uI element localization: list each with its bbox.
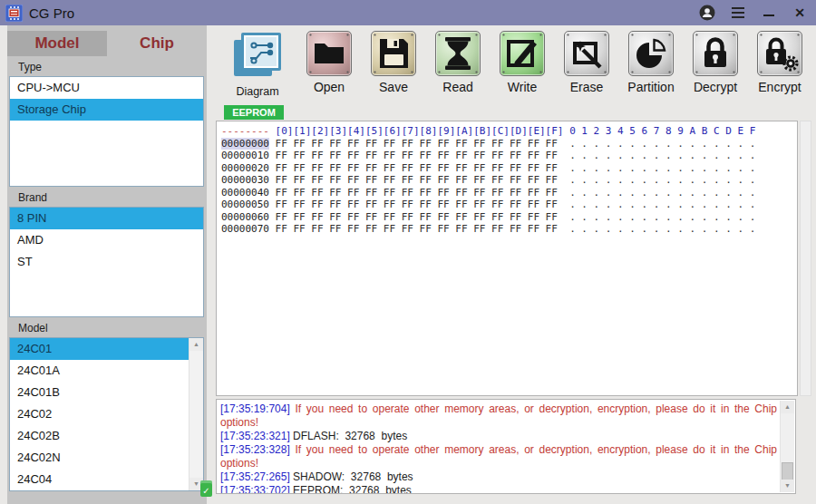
account-icon[interactable] bbox=[698, 4, 716, 22]
type-item-cpu-mcu[interactable]: CPU->MCU bbox=[10, 77, 203, 99]
app-window: CG Pro ✕ Model Chip TypeCPU->MCUStorage … bbox=[0, 0, 816, 504]
encrypt-button[interactable]: Encrypt bbox=[748, 31, 811, 94]
hex-row-00000050[interactable]: 00000050 FF FF FF FF FF FF FF FF FF FF F… bbox=[221, 199, 797, 211]
type-label: Type bbox=[7, 56, 207, 76]
log-line: [17:35:23:321] DFLASH: 32768 bytes bbox=[220, 430, 777, 443]
brand-list: 8 PINAMDST bbox=[9, 207, 204, 317]
partition-button[interactable]: Partition bbox=[619, 31, 683, 94]
erase-icon bbox=[564, 31, 609, 76]
save-button-label: Save bbox=[379, 80, 408, 94]
close-button[interactable]: ✕ bbox=[791, 4, 809, 22]
model-label: Model bbox=[7, 317, 207, 337]
main-area: DiagramOpenSaveReadWriteErasePartitionDe… bbox=[214, 25, 816, 504]
write-button-label: Write bbox=[508, 80, 537, 94]
model-item-24c01b[interactable]: 24C01B bbox=[10, 382, 203, 403]
minimize-button[interactable] bbox=[760, 4, 778, 22]
hex-row-00000010[interactable]: 00000010 FF FF FF FF FF FF FF FF FF FF F… bbox=[221, 150, 797, 162]
read-icon bbox=[435, 31, 481, 76]
decrypt-button-label: Decrypt bbox=[694, 80, 737, 94]
log-line: [17:35:23:328] If you need to operate ot… bbox=[220, 443, 777, 470]
decrypt-icon bbox=[693, 31, 738, 76]
hex-row-00000070[interactable]: 00000070 FF FF FF FF FF FF FF FF FF FF F… bbox=[221, 223, 797, 236]
model-item-24c02n[interactable]: 24C02N bbox=[10, 447, 203, 469]
side-tabs: Model Chip bbox=[7, 31, 207, 56]
hex-row-00000030[interactable]: 00000030 FF FF FF FF FF FF FF FF FF FF F… bbox=[221, 174, 797, 187]
left-panel: Model Chip TypeCPU->MCUStorage ChipBrand… bbox=[7, 25, 207, 504]
model-list: 24C0124C01A24C01B24C0224C02B24C02N24C04▲… bbox=[9, 337, 204, 491]
model-item-24c01[interactable]: 24C01 bbox=[10, 338, 203, 360]
open-button-label: Open bbox=[314, 80, 345, 94]
hex-header-row: -------- [0][1][2][3][4][5][6][7][8][9][… bbox=[221, 125, 797, 138]
save-button[interactable]: Save bbox=[362, 31, 425, 94]
log-line: [17:35:33:702] EEPROM: 32768 bytes bbox=[220, 484, 777, 494]
memory-area-tab-eeprom[interactable]: EEPROM bbox=[224, 105, 284, 120]
status-check-icon: ✓ bbox=[200, 480, 212, 497]
model-item-24c01a[interactable]: 24C01A bbox=[10, 360, 203, 382]
open-button[interactable]: Open bbox=[297, 31, 361, 94]
decrypt-button[interactable]: Decrypt bbox=[684, 31, 747, 94]
read-button-label: Read bbox=[442, 80, 472, 94]
hex-row-00000060[interactable]: 00000060 FF FF FF FF FF FF FF FF FF FF F… bbox=[221, 211, 797, 224]
diagram-button[interactable]: Diagram bbox=[223, 31, 292, 98]
save-icon bbox=[371, 31, 416, 76]
model-item-24c02b[interactable]: 24C02B bbox=[10, 425, 203, 447]
write-icon bbox=[500, 31, 545, 76]
open-icon bbox=[306, 31, 352, 76]
partition-button-label: Partition bbox=[627, 80, 674, 94]
erase-button[interactable]: Erase bbox=[555, 31, 618, 94]
diagram-button-label: Diagram bbox=[236, 85, 278, 98]
log-line: [17:35:27:265] SHADOW: 32768 bytes bbox=[220, 470, 777, 484]
window-title: CG Pro bbox=[29, 5, 74, 21]
model-scrollbar[interactable]: ▲▼ bbox=[189, 338, 203, 490]
hex-editor[interactable]: -------- [0][1][2][3][4][5][6][7][8][9][… bbox=[216, 121, 798, 396]
toolbar: DiagramOpenSaveReadWriteErasePartitionDe… bbox=[223, 31, 812, 98]
brand-label: Brand bbox=[7, 187, 207, 207]
brand-item-8-pin[interactable]: 8 PIN bbox=[10, 208, 203, 229]
scroll-down-icon[interactable]: ▼ bbox=[781, 480, 794, 492]
hex-scrollbar[interactable] bbox=[800, 121, 811, 396]
log-line: [17:35:19:704] If you need to operate ot… bbox=[220, 402, 777, 430]
menu-icon[interactable] bbox=[729, 4, 747, 22]
log-scrollbar[interactable]: ▲ ▼ bbox=[780, 401, 794, 492]
model-item-24c02[interactable]: 24C02 bbox=[10, 403, 203, 425]
titlebar: CG Pro ✕ bbox=[0, 0, 816, 25]
partition-icon bbox=[628, 31, 674, 76]
encrypt-icon bbox=[757, 31, 802, 76]
brand-item-st[interactable]: ST bbox=[10, 251, 203, 273]
log-panel: [17:35:19:704] If you need to operate ot… bbox=[216, 399, 796, 494]
read-button[interactable]: Read bbox=[426, 31, 490, 94]
write-button[interactable]: Write bbox=[491, 31, 554, 94]
model-item-24c04[interactable]: 24C04 bbox=[10, 469, 203, 490]
scroll-up-icon[interactable]: ▲ bbox=[189, 338, 203, 351]
encrypt-button-label: Encrypt bbox=[758, 80, 801, 94]
hex-row-00000020[interactable]: 00000020 FF FF FF FF FF FF FF FF FF FF F… bbox=[221, 162, 797, 175]
hex-row-00000000[interactable]: 00000000 FF FF FF FF FF FF FF FF FF FF F… bbox=[221, 138, 797, 150]
tab-model[interactable]: Model bbox=[7, 31, 107, 56]
tab-chip[interactable]: Chip bbox=[107, 31, 207, 56]
erase-button-label: Erase bbox=[570, 80, 604, 94]
app-logo-icon bbox=[5, 5, 23, 22]
scroll-up-icon[interactable]: ▲ bbox=[781, 401, 794, 413]
diagram-icon bbox=[232, 31, 283, 83]
brand-item-amd[interactable]: AMD bbox=[10, 229, 203, 251]
type-list: CPU->MCUStorage Chip bbox=[9, 76, 204, 187]
type-item-storage-chip[interactable]: Storage Chip bbox=[10, 99, 203, 121]
hex-row-00000040[interactable]: 00000040 FF FF FF FF FF FF FF FF FF FF F… bbox=[221, 187, 797, 199]
